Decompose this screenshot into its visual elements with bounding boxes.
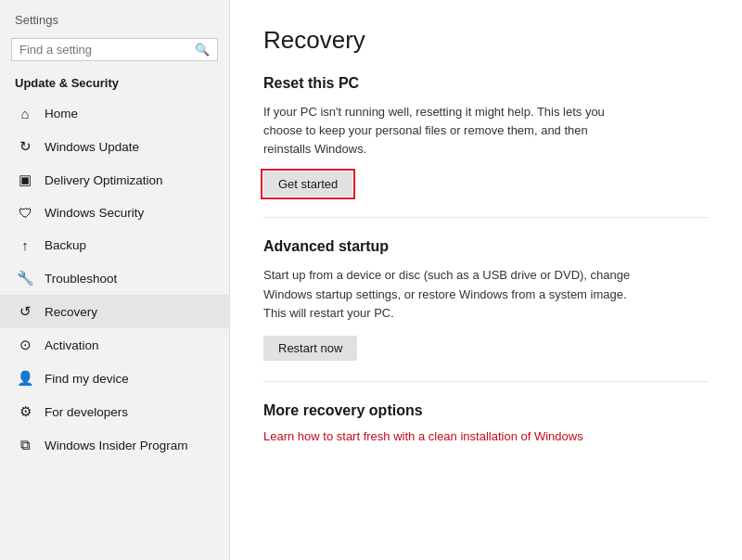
restart-now-button[interactable]: Restart now [263, 336, 357, 361]
section-label: Update & Security [0, 70, 229, 97]
delivery-optimization-icon: ▣ [15, 172, 35, 188]
sidebar-item-label-troubleshoot: Troubleshoot [45, 272, 117, 286]
sidebar-item-label-delivery-optimization: Delivery Optimization [45, 173, 163, 187]
get-started-button[interactable]: Get started [263, 172, 352, 197]
find-my-device-icon: 👤 [15, 370, 35, 387]
sidebar-item-label-backup: Backup [45, 238, 86, 252]
sidebar: Settings 🔍 Update & Security ⌂Home↻Windo… [0, 0, 230, 560]
main-content: Recovery Reset this PC If your PC isn't … [230, 0, 742, 560]
sidebar-item-label-find-my-device: Find my device [45, 372, 129, 386]
sidebar-item-windows-insider[interactable]: ⧉Windows Insider Program [0, 428, 229, 462]
sidebar-item-for-developers[interactable]: ⚙For developers [0, 395, 229, 428]
recovery-icon: ↺ [15, 303, 35, 320]
sidebar-item-label-home: Home [45, 107, 78, 121]
windows-insider-icon: ⧉ [15, 437, 35, 453]
page-title: Recovery [263, 26, 709, 55]
reset-description: If your PC isn't running well, resetting… [263, 103, 634, 159]
app-title: Settings [0, 0, 229, 31]
more-options-section: More recovery options Learn how to start… [263, 402, 709, 443]
divider-2 [263, 381, 709, 382]
sidebar-item-windows-update[interactable]: ↻Windows Update [0, 130, 229, 163]
clean-install-link[interactable]: Learn how to start fresh with a clean in… [263, 429, 583, 443]
for-developers-icon: ⚙ [15, 403, 35, 420]
advanced-title: Advanced startup [263, 238, 709, 255]
troubleshoot-icon: 🔧 [15, 270, 35, 286]
sidebar-item-recovery[interactable]: ↺Recovery [0, 295, 229, 328]
windows-update-icon: ↻ [15, 138, 35, 155]
sidebar-item-home[interactable]: ⌂Home [0, 97, 229, 130]
sidebar-item-delivery-optimization[interactable]: ▣Delivery Optimization [0, 163, 229, 197]
divider-1 [263, 217, 709, 218]
sidebar-item-label-for-developers: For developers [45, 405, 128, 419]
sidebar-item-label-windows-insider: Windows Insider Program [45, 439, 188, 452]
sidebar-item-backup[interactable]: ↑Backup [0, 229, 229, 261]
advanced-description: Start up from a device or disc (such as … [263, 266, 634, 322]
sidebar-item-label-activation: Activation [45, 338, 99, 352]
sidebar-item-activation[interactable]: ⊙Activation [0, 328, 229, 362]
sidebar-item-label-recovery: Recovery [45, 305, 97, 319]
reset-title: Reset this PC [263, 75, 709, 92]
sidebar-item-troubleshoot[interactable]: 🔧Troubleshoot [0, 261, 229, 295]
windows-security-icon: 🛡 [15, 205, 35, 221]
nav-list: ⌂Home↻Windows Update▣Delivery Optimizati… [0, 97, 229, 462]
sidebar-item-find-my-device[interactable]: 👤Find my device [0, 362, 229, 395]
more-options-title: More recovery options [263, 402, 709, 419]
sidebar-item-label-windows-security: Windows Security [45, 206, 144, 220]
activation-icon: ⊙ [15, 337, 35, 353]
backup-icon: ↑ [15, 237, 35, 253]
sidebar-item-windows-security[interactable]: 🛡Windows Security [0, 197, 229, 229]
reset-section: Reset this PC If your PC isn't running w… [263, 75, 709, 197]
advanced-section: Advanced startup Start up from a device … [263, 238, 709, 360]
sidebar-item-label-windows-update: Windows Update [45, 140, 139, 154]
search-icon: 🔍 [195, 43, 210, 57]
search-input[interactable] [19, 43, 195, 57]
home-icon: ⌂ [15, 106, 35, 121]
search-box[interactable]: 🔍 [11, 38, 218, 61]
